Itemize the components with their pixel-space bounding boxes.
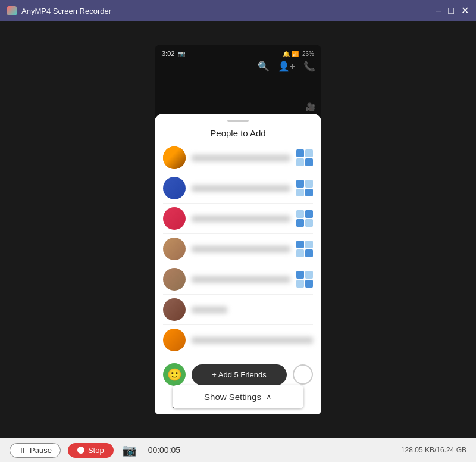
search-icon[interactable]: 🔍 [258, 61, 270, 72]
person-name [192, 185, 290, 192]
close-button[interactable]: ✕ [461, 6, 469, 15]
person-name [192, 307, 227, 313]
person-row [163, 295, 313, 325]
phone-icon[interactable]: 📞 [303, 61, 315, 72]
status-bar: 3:02 📷 🔔 📶 26% [155, 45, 321, 58]
bottom-control-bar: ⏸ Pause Stop 📷 00:00:05 128.05 KB/16.24 … [0, 438, 476, 462]
app-title: AnyMP4 Screen Recorder [21, 7, 111, 15]
add-icon[interactable] [296, 149, 313, 166]
bottom-sheet: People to Add [155, 114, 321, 414]
show-settings-button[interactable]: Show Settings ∧ [173, 385, 303, 408]
bottom-top-icons: 🎥 [155, 100, 321, 114]
phone-top-area: 3:02 📷 🔔 📶 26% 🔍 👤+ 📞 🎥 [155, 45, 321, 114]
sheet-handle [227, 120, 249, 122]
circle-button[interactable] [293, 364, 313, 385]
main-recording-area: 3:02 📷 🔔 📶 26% 🔍 👤+ 📞 🎥 P [0, 21, 476, 438]
person-row [163, 234, 313, 264]
file-size-display: 128.05 KB/16.24 GB [401, 446, 466, 454]
person-name [192, 337, 313, 344]
pause-button[interactable]: ⏸ Pause [10, 443, 61, 458]
person-name [192, 155, 290, 161]
people-list [155, 143, 321, 358]
avatar [163, 207, 186, 230]
avatar [163, 238, 186, 260]
person-name [192, 276, 290, 283]
app-icon [7, 6, 17, 15]
avatar [163, 268, 186, 291]
show-settings-container: Show Settings ∧ [173, 385, 303, 408]
person-row [163, 173, 313, 204]
stop-label: Stop [88, 446, 104, 455]
screenshot-button[interactable]: 📷 [121, 441, 139, 459]
avatar [163, 146, 186, 169]
status-time: 3:02 [162, 50, 174, 57]
stop-icon [77, 447, 84, 454]
sheet-handle-container [155, 114, 321, 124]
phone-screen: 3:02 📷 🔔 📶 26% 🔍 👤+ 📞 🎥 P [155, 45, 321, 414]
add-friends-button[interactable]: + Add 5 Friends [192, 364, 287, 385]
show-settings-label: Show Settings [204, 392, 261, 402]
person-name [192, 216, 290, 222]
sheet-title: People to Add [155, 124, 321, 143]
avatar [163, 298, 186, 321]
status-icon-camera: 📷 [178, 51, 185, 57]
add-icon[interactable] [296, 271, 313, 288]
recording-timer: 00:00:05 [148, 445, 181, 455]
status-battery: 26% [302, 51, 314, 57]
add-icon[interactable] [296, 210, 313, 227]
avatar [163, 177, 186, 199]
person-row [163, 204, 313, 234]
stop-button[interactable]: Stop [68, 443, 114, 458]
camera-top-icon[interactable]: 🎥 [306, 102, 315, 111]
avatar [163, 329, 186, 351]
pause-label: Pause [30, 446, 52, 455]
person-row [163, 143, 313, 173]
person-row [163, 325, 313, 355]
person-row [163, 264, 313, 295]
person-name [192, 246, 290, 252]
camera-icon: 📷 [122, 443, 137, 457]
add-icon[interactable] [296, 180, 313, 196]
top-action-icons: 🔍 👤+ 📞 [155, 58, 321, 74]
minimize-button[interactable]: – [436, 6, 441, 15]
title-bar: AnyMP4 Screen Recorder – □ ✕ [0, 0, 476, 21]
title-bar-left: AnyMP4 Screen Recorder [7, 6, 111, 15]
chevron-up-icon: ∧ [266, 392, 272, 401]
maximize-button[interactable]: □ [448, 6, 454, 15]
add-person-icon[interactable]: 👤+ [278, 61, 295, 72]
pause-icon: ⏸ [18, 446, 26, 455]
green-avatar: 🙂 [163, 363, 186, 386]
add-icon[interactable] [296, 241, 313, 257]
status-icons: 🔔 📶 [283, 51, 299, 57]
window-controls: – □ ✕ [436, 6, 469, 15]
